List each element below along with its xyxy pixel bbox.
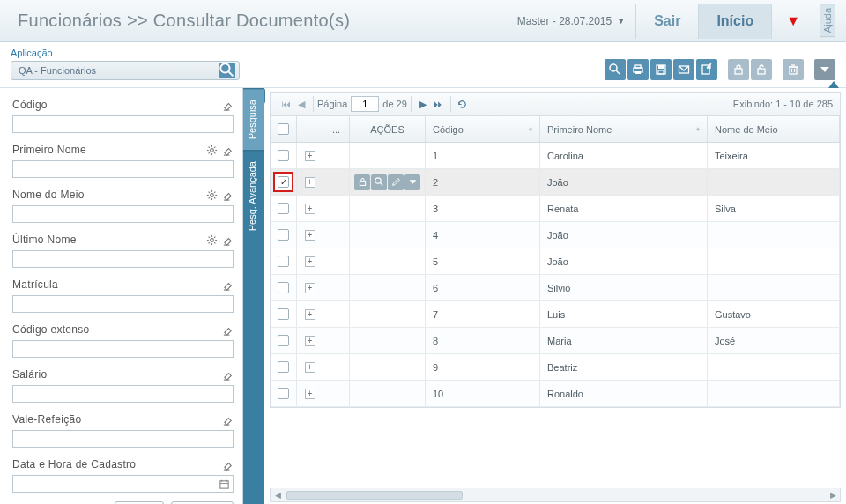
- eraser-icon[interactable]: [221, 233, 234, 246]
- last-page-button[interactable]: ⏭: [431, 96, 447, 112]
- checkbox[interactable]: [278, 150, 289, 161]
- row-expand-cell[interactable]: +: [297, 169, 323, 195]
- scrollbar-thumb[interactable]: [286, 491, 463, 500]
- row-view-button[interactable]: [371, 174, 387, 190]
- expand-icon[interactable]: +: [305, 177, 315, 188]
- eraser-icon[interactable]: [221, 189, 234, 201]
- expand-icon[interactable]: +: [305, 256, 315, 267]
- toolbar-search-button[interactable]: [605, 59, 626, 80]
- row-expand-cell[interactable]: +: [297, 248, 323, 274]
- table-row[interactable]: +4João: [271, 222, 840, 248]
- help-tab[interactable]: Ajuda: [820, 4, 835, 37]
- eraser-icon[interactable]: [221, 458, 234, 471]
- refresh-button[interactable]: [455, 96, 471, 112]
- row-expand-cell[interactable]: +: [297, 143, 323, 168]
- collapse-toolbar-icon[interactable]: [828, 81, 839, 88]
- logout-button[interactable]: Sair: [635, 4, 698, 39]
- eraser-icon[interactable]: [221, 368, 234, 381]
- expand-icon[interactable]: +: [305, 283, 315, 293]
- row-checkbox-cell[interactable]: [271, 275, 297, 300]
- eraser-icon[interactable]: [221, 144, 234, 156]
- checkbox[interactable]: [278, 308, 289, 320]
- row-menu-button[interactable]: [404, 174, 420, 190]
- checkbox[interactable]: [278, 203, 289, 214]
- eraser-icon[interactable]: [221, 413, 234, 426]
- calendar-icon[interactable]: [215, 478, 233, 490]
- toolbar-print-button[interactable]: [627, 59, 649, 80]
- eraser-icon[interactable]: [221, 323, 234, 336]
- checkbox[interactable]: [278, 335, 289, 346]
- gear-icon[interactable]: [205, 189, 218, 201]
- checkbox[interactable]: [278, 361, 289, 373]
- row-checkbox-cell[interactable]: [271, 248, 297, 274]
- expand-icon[interactable]: +: [305, 389, 315, 399]
- row-expand-cell[interactable]: +: [297, 301, 323, 327]
- toolbar-more-button[interactable]: [814, 59, 835, 80]
- eraser-icon[interactable]: [221, 278, 234, 291]
- toolbar-mail-button[interactable]: [673, 59, 694, 80]
- row-expand-cell[interactable]: +: [297, 275, 323, 300]
- next-page-button[interactable]: ▶: [415, 96, 431, 112]
- text-input[interactable]: [12, 340, 234, 358]
- table-row[interactable]: +8MariaJosé: [271, 328, 840, 354]
- table-row[interactable]: +6Silvio: [271, 275, 840, 301]
- expand-icon[interactable]: +: [305, 309, 315, 320]
- tab-pesquisa-avancada[interactable]: Pesq. Avançada: [243, 150, 264, 241]
- checkbox[interactable]: [278, 282, 289, 293]
- text-input[interactable]: [12, 250, 234, 268]
- row-checkbox-cell[interactable]: [271, 196, 297, 221]
- search-icon[interactable]: [219, 63, 235, 78]
- checkbox[interactable]: [278, 256, 289, 267]
- alert-button[interactable]: ▼: [771, 4, 814, 39]
- row-checkbox-cell[interactable]: [271, 169, 297, 195]
- row-checkbox-cell[interactable]: [271, 381, 297, 406]
- toolbar-export-button[interactable]: [696, 59, 717, 80]
- row-edit-button[interactable]: [388, 174, 404, 190]
- expand-icon[interactable]: +: [305, 230, 315, 241]
- checkbox[interactable]: [278, 388, 289, 399]
- text-input[interactable]: [12, 475, 234, 493]
- table-row[interactable]: +7LuisGustavo: [271, 301, 840, 328]
- row-checkbox-cell[interactable]: [271, 328, 297, 353]
- row-expand-cell[interactable]: +: [297, 196, 323, 221]
- row-expand-cell[interactable]: +: [297, 328, 323, 353]
- expand-icon[interactable]: +: [305, 362, 315, 373]
- toolbar-save-button[interactable]: [650, 59, 672, 80]
- table-row[interactable]: +9Beatriz: [271, 354, 840, 381]
- table-row[interactable]: +1CarolinaTeixeira: [271, 143, 840, 169]
- gear-icon[interactable]: [205, 233, 218, 246]
- home-button[interactable]: Início: [698, 4, 771, 39]
- table-row[interactable]: +2João: [271, 169, 840, 196]
- header-primeiro-nome[interactable]: Primeiro Nome♦: [540, 116, 708, 142]
- expand-icon[interactable]: +: [305, 204, 315, 214]
- text-input[interactable]: [12, 385, 234, 403]
- page-input[interactable]: [351, 96, 379, 112]
- checkbox[interactable]: [278, 176, 289, 188]
- row-checkbox-cell[interactable]: [271, 301, 297, 327]
- expand-icon[interactable]: +: [305, 151, 315, 161]
- scroll-right-icon[interactable]: ▶: [826, 489, 840, 501]
- table-row[interactable]: +5João: [271, 248, 840, 275]
- text-input[interactable]: [12, 160, 234, 178]
- prev-page-button[interactable]: ◀: [293, 96, 309, 112]
- text-input[interactable]: [12, 115, 234, 133]
- user-menu[interactable]: Master - 28.07.2015 ▼: [517, 15, 625, 27]
- row-expand-cell[interactable]: +: [297, 222, 323, 248]
- tab-pesquisa[interactable]: Pesquisa: [243, 88, 264, 150]
- header-select-all[interactable]: [271, 116, 297, 142]
- toolbar-lock-button[interactable]: [728, 59, 749, 80]
- first-page-button[interactable]: ⏮: [278, 96, 293, 112]
- application-selector[interactable]: QA - Funcionários: [11, 61, 240, 80]
- scroll-left-icon[interactable]: ◀: [271, 489, 285, 501]
- row-expand-cell[interactable]: +: [297, 354, 323, 380]
- row-checkbox-cell[interactable]: [271, 222, 297, 248]
- checkbox[interactable]: [278, 229, 289, 241]
- toolbar-unlock-button[interactable]: [751, 59, 772, 80]
- row-checkbox-cell[interactable]: [271, 143, 297, 168]
- horizontal-scrollbar[interactable]: ◀ ▶: [270, 488, 841, 502]
- text-input[interactable]: [12, 295, 234, 313]
- header-codigo[interactable]: Código♦: [426, 116, 540, 142]
- row-expand-cell[interactable]: +: [297, 381, 323, 406]
- gear-icon[interactable]: [205, 144, 218, 156]
- table-row[interactable]: +10Ronaldo: [271, 381, 840, 407]
